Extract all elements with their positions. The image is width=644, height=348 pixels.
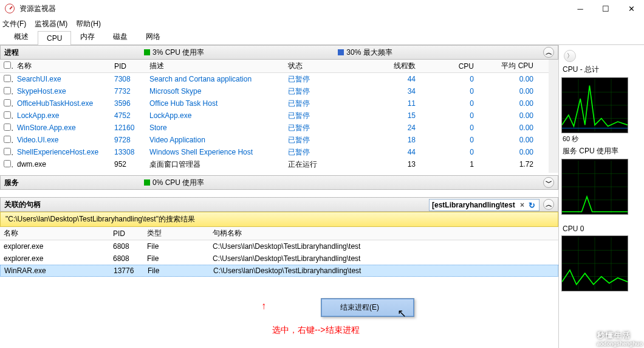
right-panel: 〉 CPU - 总计 60 秒 服务 CPU 使用率 CPU 0 秒懂生活 ao… [559,45,644,348]
hcol-name[interactable]: 名称 [0,228,109,238]
maximize-button[interactable]: ☐ [593,0,618,17]
cell-cpu: 0 [419,136,478,144]
cell-pid: 13308 [111,148,146,156]
cpu-usage-metric: 3% CPU 使用率 [144,47,204,58]
section-services-header[interactable]: 服务 0% CPU 使用率 ﹀ [0,175,558,190]
row-checkbox[interactable] [4,136,11,143]
process-row[interactable]: LockApp.exe4752LockApp.exe已暂停1500.00 [0,110,549,122]
process-row[interactable]: WinStore.App.exe12160Store已暂停2400.00 [0,122,549,134]
row-checkbox[interactable] [4,160,11,167]
cell-pid: 7732 [111,87,146,96]
cursor-icon: ↖ [397,307,406,320]
cell-name: SearchUI.exe [13,75,111,83]
chart-nav-button[interactable]: 〉 [564,50,576,62]
cell-avg: 0.00 [478,111,537,120]
cell-status: 已暂停 [284,135,341,145]
annotation-arrow: ↑ [261,301,266,311]
row-checkbox[interactable] [4,87,11,94]
hcell-type: File [144,266,210,275]
menu-file[interactable]: 文件(F) [2,19,26,29]
chart-cpu0 [561,235,628,291]
cell-pid: 9728 [111,136,146,144]
row-checkbox[interactable] [4,111,11,119]
window-controls: ─ ☐ ✕ [567,0,644,17]
green-square-icon [144,49,150,55]
tab-cpu[interactable]: CPU [38,31,71,45]
collapse-processes-icon[interactable]: ︿ [543,47,554,58]
cell-threads: 44 [341,148,419,156]
tab-memory[interactable]: 内存 [71,29,104,44]
process-row[interactable]: SearchUI.exe7308Search and Cortana appli… [0,73,549,85]
processes-header-row: 名称 PID 描述 状态 线程数 CPU 平均 CPU [0,60,549,73]
blue-square-icon [338,49,344,55]
row-checkbox[interactable] [4,99,11,106]
handle-row[interactable]: explorer.exe6808FileC:\Users\lan\Desktop… [0,240,558,252]
col-pid[interactable]: PID [111,62,146,71]
process-row[interactable]: OfficeHubTaskHost.exe3596Office Hub Task… [0,97,549,110]
cell-status: 正在运行 [284,159,341,170]
minimize-button[interactable]: ─ [567,0,593,17]
cell-threads: 18 [341,136,419,144]
col-desc[interactable]: 描述 [146,61,284,71]
cell-pid: 7308 [111,75,146,83]
col-threads[interactable]: 线程数 [341,61,419,71]
handle-row[interactable]: explorer.exe6808FileC:\Users\lan\Desktop… [0,252,558,265]
section-handles-header[interactable]: 关联的句柄 [estLibraryhandling\test × ↻ ︿ [0,197,558,212]
row-checkbox[interactable] [4,75,11,82]
hcol-type[interactable]: 类型 [143,228,209,238]
clear-search-icon[interactable]: × [519,201,526,209]
handles-search-box[interactable]: [estLibraryhandling\test × ↻ [429,199,540,211]
row-checkbox[interactable] [4,124,11,131]
tab-disk[interactable]: 磁盘 [104,29,137,44]
section-processes-header[interactable]: 进程 3% CPU 使用率 30% 最大频率 ︿ [0,45,558,60]
process-row[interactable]: ShellExperienceHost.exe13308Windows Shel… [0,146,549,158]
app-logo-icon [5,4,15,13]
select-all-checkbox[interactable] [4,61,11,69]
tab-network[interactable]: 网络 [137,29,170,44]
process-row[interactable]: dwm.exe952桌面窗口管理器正在运行1311.72 [0,158,549,170]
hcell-type: File [143,242,209,251]
cell-name: dwm.exe [13,160,111,169]
search-text: [estLibraryhandling\test [432,201,515,209]
col-name[interactable]: 名称 [13,61,111,71]
cell-status: 已暂停 [284,111,341,121]
cell-avg: 1.72 [478,160,537,169]
process-row[interactable]: Video.UI.exe9728Video Application已暂停1800… [0,134,549,146]
hcell-pid: 6808 [109,242,143,251]
menu-monitor[interactable]: 监视器(M) [35,19,67,29]
cell-desc: LockApp.exe [146,111,284,120]
tab-overview[interactable]: 概述 [5,29,38,44]
max-freq-metric: 30% 最大频率 [338,47,392,58]
handle-row[interactable]: WinRAR.exe13776FileC:\Users\lan\Desktop\… [0,265,558,277]
cell-name: SkypeHost.exe [13,87,111,96]
col-status[interactable]: 状态 [284,61,341,71]
window-title: 资源监视器 [19,4,56,14]
cell-pid: 952 [111,160,146,169]
hcell-name: explorer.exe [0,242,109,251]
menu-help[interactable]: 帮助(H) [76,19,101,29]
col-avg[interactable]: 平均 CPU [478,61,537,71]
refresh-search-icon[interactable]: ↻ [527,200,536,210]
watermark: 秒懂生活 aodongshenghuo [597,328,643,347]
process-row[interactable]: SkypeHost.exe7732Microsoft Skype已暂停3400.… [0,85,549,97]
hcol-pid[interactable]: PID [109,229,143,238]
chart-total-label: CPU - 总计 [563,64,642,75]
cell-desc: Office Hub Task Host [146,99,284,108]
close-button[interactable]: ✕ [618,0,644,17]
cell-cpu: 0 [419,75,478,83]
chart-services-cpu [561,159,628,215]
cell-cpu: 0 [419,99,478,108]
collapse-services-icon[interactable]: ﹀ [543,177,554,188]
cell-name: WinStore.App.exe [13,124,111,132]
hcell-handle: C:\Users\lan\Desktop\TestLibraryhandling… [209,242,558,251]
row-checkbox[interactable] [4,148,11,155]
collapse-handles-icon[interactable]: ︿ [543,199,554,210]
window-titlebar: 资源监视器 ─ ☐ ✕ [0,0,644,17]
hcol-handle[interactable]: 句柄名称 [209,228,558,238]
cell-status: 已暂停 [284,123,341,133]
cell-cpu: 0 [419,87,478,96]
cell-cpu: 0 [419,148,478,156]
cell-threads: 44 [341,75,419,83]
chart-cpu0-label: CPU 0 [563,224,642,233]
col-cpu[interactable]: CPU [419,62,478,71]
